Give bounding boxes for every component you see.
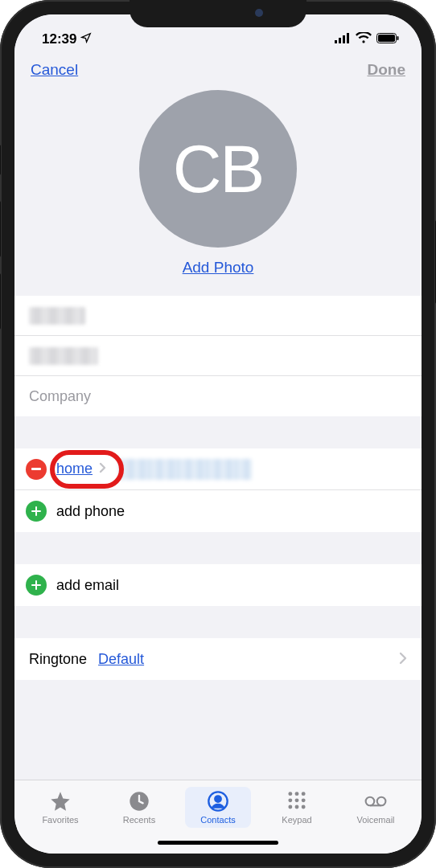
tab-label: Keypad xyxy=(282,815,311,825)
svg-point-10 xyxy=(288,792,292,796)
add-phone-icon[interactable] xyxy=(26,501,47,522)
tab-voicemail[interactable]: Voicemail xyxy=(343,787,409,828)
content-scroll[interactable]: CB Add Photo Company xyxy=(14,85,422,780)
tab-label: Voicemail xyxy=(356,815,394,825)
add-email-label: add email xyxy=(56,577,119,594)
star-icon xyxy=(48,790,72,813)
home-indicator[interactable] xyxy=(14,831,422,854)
keypad-icon xyxy=(285,790,309,813)
screen: 12:39 Cancel Done xyxy=(14,14,422,854)
cell-signal-icon xyxy=(335,31,351,47)
first-name-field[interactable] xyxy=(14,296,422,336)
add-phone-row[interactable]: add phone xyxy=(14,490,422,532)
contact-icon xyxy=(206,790,230,813)
tab-recents[interactable]: Recents xyxy=(106,787,172,828)
add-phone-label: add phone xyxy=(56,503,125,520)
svg-point-17 xyxy=(295,805,299,809)
ringtone-value[interactable]: Default xyxy=(98,651,144,668)
tab-label: Favorites xyxy=(42,815,78,825)
battery-icon xyxy=(376,31,399,47)
svg-rect-1 xyxy=(339,38,341,43)
avatar[interactable]: CB xyxy=(139,90,297,248)
notch xyxy=(130,0,306,27)
svg-rect-0 xyxy=(335,40,337,43)
clock-icon xyxy=(127,790,151,813)
email-field-group: add email xyxy=(14,564,422,606)
redacted-text xyxy=(29,347,98,365)
avatar-section: CB Add Photo xyxy=(14,85,422,296)
done-button[interactable]: Done xyxy=(368,61,406,79)
device-frame: 12:39 Cancel Done xyxy=(0,0,436,868)
volume-up-button xyxy=(0,201,1,257)
svg-point-12 xyxy=(302,792,306,796)
ringtone-group: Ringtone Default xyxy=(14,638,422,680)
spacer xyxy=(14,680,422,698)
silent-switch xyxy=(0,145,1,175)
nav-bar: Cancel Done xyxy=(14,53,422,85)
add-email-row[interactable]: add email xyxy=(14,564,422,606)
location-icon xyxy=(80,32,92,46)
company-placeholder: Company xyxy=(29,388,91,405)
svg-point-20 xyxy=(377,797,386,806)
avatar-initials: CB xyxy=(173,130,264,208)
svg-point-11 xyxy=(295,792,299,796)
redacted-text xyxy=(29,307,85,325)
spacer xyxy=(14,416,422,448)
volume-down-button xyxy=(0,273,1,330)
add-email-icon[interactable] xyxy=(26,575,47,596)
wifi-icon xyxy=(356,31,372,47)
tab-bar: Favorites Recents Contacts Keypad xyxy=(14,780,422,831)
tab-label: Recents xyxy=(123,815,155,825)
status-time: 12:39 xyxy=(42,31,76,47)
tab-keypad[interactable]: Keypad xyxy=(264,787,330,828)
phone-field-group: home add phone xyxy=(14,448,422,532)
name-field-group: Company xyxy=(14,296,422,416)
svg-point-16 xyxy=(288,805,292,809)
phone-label-type[interactable]: home xyxy=(56,461,93,477)
ringtone-label: Ringtone xyxy=(29,651,87,668)
tab-contacts[interactable]: Contacts xyxy=(185,787,251,828)
chevron-right-icon xyxy=(99,461,106,477)
svg-point-9 xyxy=(215,796,220,801)
remove-phone-icon[interactable] xyxy=(26,459,47,480)
add-photo-button[interactable]: Add Photo xyxy=(183,259,254,276)
svg-point-19 xyxy=(366,797,375,806)
last-name-field[interactable] xyxy=(14,336,422,376)
spacer xyxy=(14,532,422,564)
svg-point-13 xyxy=(288,798,292,802)
svg-point-14 xyxy=(295,798,299,802)
svg-rect-5 xyxy=(378,35,395,42)
company-field[interactable]: Company xyxy=(14,376,422,416)
redacted-phone[interactable] xyxy=(119,459,252,480)
voicemail-icon xyxy=(364,790,388,813)
svg-rect-2 xyxy=(343,35,345,43)
spacer xyxy=(14,606,422,638)
svg-point-18 xyxy=(302,805,306,809)
phone-row-home[interactable]: home xyxy=(14,448,422,490)
cancel-button[interactable]: Cancel xyxy=(31,61,78,79)
tab-label: Contacts xyxy=(200,815,235,825)
svg-rect-6 xyxy=(397,36,399,40)
chevron-right-icon xyxy=(399,649,407,669)
svg-rect-3 xyxy=(347,33,349,43)
ringtone-row[interactable]: Ringtone Default xyxy=(14,638,422,680)
tab-favorites[interactable]: Favorites xyxy=(27,787,93,828)
svg-point-15 xyxy=(302,798,306,802)
